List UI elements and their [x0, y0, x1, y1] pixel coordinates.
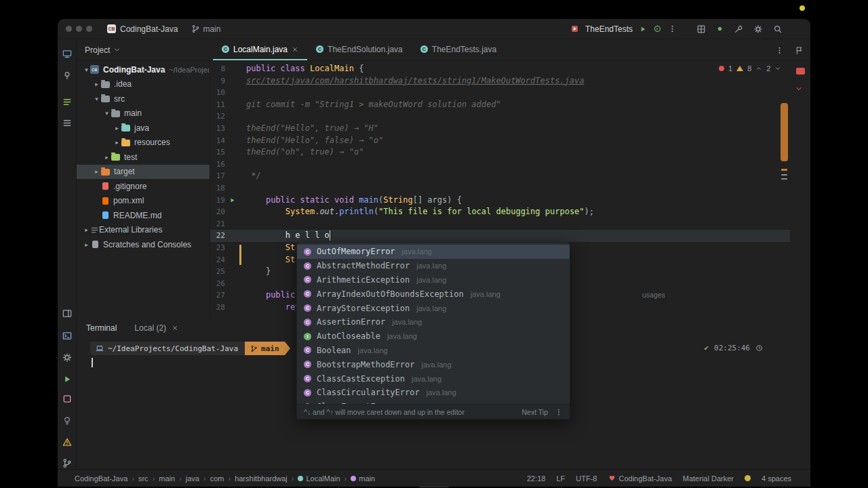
run-icon[interactable] [62, 374, 72, 384]
caret-position-widget[interactable]: 22:18 [527, 474, 546, 483]
code-line[interactable]: } [246, 266, 271, 278]
tree-item-codingbat-java[interactable]: ▾CBCodingBat-Java~/IdeaProjects [77, 62, 210, 77]
structure-icon[interactable] [62, 97, 72, 107]
tree-item-test[interactable]: ▸test [77, 150, 210, 165]
chevron-right-icon[interactable]: ▸ [113, 125, 121, 131]
chevron-right-icon[interactable]: ▸ [83, 241, 90, 248]
bookmarks-icon[interactable] [62, 118, 72, 128]
inspections-widget[interactable]: 1 8 2 [719, 64, 781, 73]
settings-sync-icon[interactable] [62, 352, 72, 363]
code-line[interactable]: git commit -m "String1 > makeOutWord sol… [246, 99, 501, 111]
project-widget-widget[interactable]: CodingBat-Java [608, 474, 672, 483]
search-icon[interactable] [773, 24, 783, 34]
code-line[interactable]: System.out.println("This file is for loc… [246, 206, 594, 218]
completion-item-bootstrapmethoderror[interactable]: CBootstrapMethodErrorjava.lang [297, 357, 570, 371]
breadcrumb-item-com[interactable]: com [210, 474, 224, 483]
code-line[interactable]: public class LocalMain { [246, 63, 363, 75]
tree-item-target[interactable]: ▸target [77, 165, 210, 180]
code-line[interactable]: public static void main(String[] args) { [246, 195, 462, 207]
project-panel-header[interactable]: Project [77, 39, 210, 60]
record-icon[interactable] [716, 25, 724, 33]
breadcrumb-item-src[interactable]: src [138, 474, 149, 483]
bookmark-icon[interactable] [795, 46, 804, 55]
gutter-line-number[interactable]: 8 [210, 63, 225, 75]
prev-problem-icon[interactable] [755, 65, 762, 72]
main-menu-icon[interactable] [793, 24, 802, 34]
breadcrumb-item-localmain[interactable]: LocalMain [298, 474, 340, 483]
tree-item-scratches-and-consoles[interactable]: ▸Scratches and Consoles [77, 237, 210, 252]
close-icon[interactable] [172, 325, 178, 331]
completion-item-classcircularityerror[interactable]: CClassCircularityErrorjava.lang [297, 386, 570, 400]
completion-item-arrayindexoutofboundsexception[interactable]: CArrayIndexOutOfBoundsExceptionjava.lang [297, 287, 570, 301]
highlight-level-icon[interactable] [796, 68, 805, 75]
code-line[interactable]: src/test/java/com/harshitbhardwaj/tests/… [246, 75, 585, 87]
tools-icon[interactable] [734, 24, 743, 34]
tree-item-idea[interactable]: ▸.idea [77, 77, 210, 92]
line-separator-widget[interactable]: LF [556, 474, 565, 483]
more-run-actions-icon[interactable] [668, 24, 677, 33]
popup-more-icon[interactable] [555, 408, 563, 416]
completion-item-abstractmethoderror[interactable]: CAbstractMethodErrorjava.lang [297, 259, 570, 273]
window-minimize-button[interactable] [76, 26, 82, 32]
gutter-line-number[interactable]: 15 [210, 146, 225, 159]
titlebar-branch-widget[interactable]: main [191, 24, 220, 34]
completion-item-autocloseable[interactable]: IAutoCloseablejava.lang [297, 329, 570, 344]
breadcrumb-item-main[interactable]: main [351, 474, 375, 483]
breadcrumb-item-java[interactable]: java [186, 474, 199, 483]
window-zoom-button[interactable] [86, 26, 92, 32]
tree-item-java[interactable]: ▸java [77, 121, 210, 136]
code-line[interactable]: theEnd("Hello", false) → "o" [246, 135, 383, 147]
terminal-session-tab[interactable]: Local (2) [134, 323, 178, 333]
tree-item-src[interactable]: ▾src [77, 92, 210, 106]
run-config-icon[interactable] [570, 24, 579, 33]
chevron-right-icon[interactable]: ▸ [113, 139, 121, 146]
project-icon[interactable] [62, 49, 72, 59]
tree-item-gitignore[interactable]: .gitignore [77, 179, 210, 194]
encoding-widget[interactable]: UTF-8 [576, 474, 597, 483]
commit-icon[interactable] [62, 70, 72, 81]
code-line[interactable]: h e l l o [246, 230, 330, 242]
gutter-line-number[interactable]: 27 [210, 289, 225, 302]
terminal-title[interactable]: Terminal [86, 323, 117, 333]
run-gutter-icon[interactable] [229, 197, 236, 204]
theme-widget[interactable]: Material Darker [683, 474, 734, 483]
chevron-right-icon[interactable]: ▸ [93, 81, 100, 87]
window-close-button[interactable] [66, 26, 72, 32]
editor-scrollbar[interactable] [780, 61, 789, 319]
gutter-line-number[interactable]: 23 [210, 242, 225, 254]
gutter-line-number[interactable]: 28 [210, 302, 225, 314]
chevron-down-icon[interactable]: ▾ [83, 66, 90, 73]
editor-tab-theendsolution-java[interactable]: CTheEndSolution.java [307, 39, 412, 60]
gutter-line-number[interactable]: 17 [210, 170, 225, 182]
tree-item-external-libraries[interactable]: ▸External Libraries [77, 223, 210, 238]
chevron-right-icon[interactable]: ▸ [103, 154, 111, 161]
gutter-line-number[interactable]: 9 [210, 75, 225, 87]
gutter-line-number[interactable]: 26 [210, 278, 225, 290]
breadcrumb-item-main[interactable]: main [159, 474, 175, 483]
gutter-line-number[interactable]: 13 [210, 123, 225, 135]
gutter-line-number[interactable]: 19 [210, 195, 225, 207]
layout-icon[interactable] [62, 308, 72, 319]
run-config-name[interactable]: TheEndTests [585, 24, 633, 34]
completion-item-boolean[interactable]: CBooleanjava.lang [297, 344, 570, 358]
code-line[interactable]: theEnd("oh", true) → "o" [246, 146, 363, 159]
completion-item-classcastexception[interactable]: CClassCastExceptionjava.lang [297, 371, 570, 386]
build-icon[interactable] [62, 415, 72, 426]
tab-close-icon[interactable] [292, 46, 298, 53]
editor-tab-localmain-java[interactable]: CLocalMain.java [213, 39, 307, 60]
gutter-line-number[interactable]: 14 [210, 135, 225, 147]
services-icon[interactable] [62, 394, 72, 404]
indent-widget[interactable]: 4 spaces [762, 474, 791, 483]
gutter-line-number[interactable]: 21 [210, 218, 225, 230]
completion-item-outofmemoryerror[interactable]: COutOfMemoryErrorjava.lang [297, 245, 570, 259]
gutter-line-number[interactable]: 24 [210, 254, 225, 266]
scrollbar-thumb[interactable] [781, 103, 788, 161]
code-line[interactable]: theEnd("Hello", true) → "H" [246, 123, 378, 135]
completion-item-assertionerror[interactable]: CAssertionErrorjava.lang [297, 315, 570, 329]
tree-item-pom-xml[interactable]: pom.xml [77, 194, 210, 209]
tree-item-resources[interactable]: ▸resources [77, 136, 210, 150]
chevron-right-icon[interactable]: ▸ [93, 168, 100, 175]
code-line[interactable]: */ [246, 170, 261, 182]
run-with-coverage-button[interactable] [653, 24, 662, 33]
terminal-icon[interactable] [62, 331, 72, 341]
